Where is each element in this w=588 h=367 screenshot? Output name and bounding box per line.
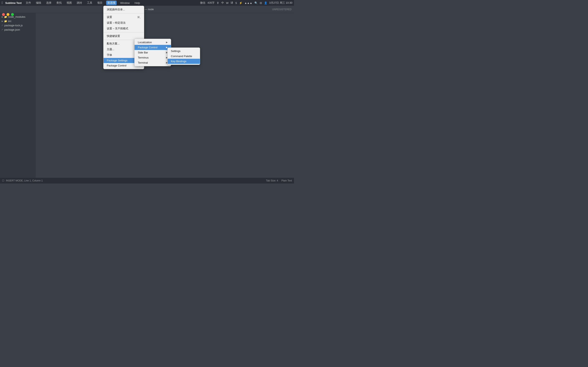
menu-item-terminal[interactable]: Terminal ▶ xyxy=(135,60,171,65)
menubar-control-center-icon[interactable]: ⊟ xyxy=(260,1,262,4)
menubar-item-tools[interactable]: 工具 xyxy=(86,1,94,5)
titlebar: led — node UNREGISTERED xyxy=(0,6,294,13)
menubar-word-icon[interactable]: W xyxy=(226,1,228,4)
registration-status: UNREGISTERED xyxy=(272,8,292,11)
menu-item-settings-syntax[interactable]: 设置 – 特定语法 xyxy=(104,20,144,26)
menu-item-label: 设置 – 无干扰模式 xyxy=(107,27,128,30)
menu-item-label: 快捷键设置 xyxy=(107,34,120,38)
menu-item-label: 设置 xyxy=(107,15,112,19)
menubar-item-view[interactable]: 视图 xyxy=(65,1,73,5)
menubar-item-goto[interactable]: 跳转 xyxy=(76,1,83,5)
menu-item-shortcut: ⌘, xyxy=(137,16,141,19)
menubar-battery-icon: ⚡ xyxy=(239,1,242,4)
file-prefix: /* xyxy=(2,29,3,31)
menubar-item-edit[interactable]: 编辑 xyxy=(35,1,43,5)
main-layout: ▶ 📁 node_modules ▶ 📁 src /* package-lock… xyxy=(0,13,294,178)
menu-item-label: 字体 xyxy=(107,53,112,57)
statusbar-mode: INSERT MODE, Line 1, Column 1 xyxy=(6,179,43,182)
menu-item-label: 浏览插件目录... xyxy=(107,8,125,11)
package-settings-submenu: Localization ▶ Package Control ▶ Side Ba… xyxy=(134,39,171,66)
menu-item-localization[interactable]: Localization ▶ xyxy=(135,40,171,45)
traffic-lights xyxy=(2,13,14,16)
menubar-item-preferences[interactable]: 首选项 xyxy=(106,1,117,5)
sidebar: ▶ 📁 node_modules ▶ 📁 src /* package-lock… xyxy=(0,13,36,178)
menu-item-label: Side Bar xyxy=(138,51,148,54)
submenu-arrow-icon: ▶ xyxy=(166,41,168,44)
menu-item-label: Command Palette xyxy=(171,55,192,58)
menu-item-settings[interactable]: 设置 ⌘, xyxy=(104,14,144,20)
statusbar: ☐ INSERT MODE, Line 1, Column 1 Tab Size… xyxy=(0,178,294,184)
menu-item-label: Package Settings xyxy=(107,59,127,62)
menu-item-command-palette[interactable]: Command Palette xyxy=(168,54,200,59)
collapse-arrow-icon: ▶ xyxy=(2,16,3,18)
package-control-submenu: Settings Command Palette Key Bindings xyxy=(167,48,200,65)
menu-item-label: Package Control xyxy=(107,64,126,67)
menu-item-settings-distraction[interactable]: 设置 – 无干扰模式 xyxy=(104,26,144,31)
file-prefix: /* xyxy=(2,24,3,27)
sidebar-item-package-lock[interactable]: /* package-lock.js xyxy=(0,23,36,27)
menubar-item-select[interactable]: 选择 xyxy=(45,1,53,5)
menu-item-label: 主题... xyxy=(107,48,114,51)
sidebar-item-package-json[interactable]: /* package.json xyxy=(0,27,36,32)
menubar-input-method[interactable]: 中 xyxy=(221,1,224,5)
menubar-item-find[interactable]: 查找 xyxy=(55,1,63,5)
editor-area[interactable] xyxy=(36,13,294,178)
menu-item-side-bar[interactable]: Side Bar ▶ xyxy=(135,50,171,55)
menu-item-label: Localization xyxy=(138,41,152,44)
menu-item-label: Terminus xyxy=(138,56,149,59)
menubar-item-help[interactable]: Help xyxy=(133,1,141,5)
menu-item-key-bindings-l3[interactable]: Key Bindings xyxy=(168,59,200,64)
menubar-wifi-icon: ▲▲▲ xyxy=(244,1,252,4)
menu-item-browse-packages[interactable]: 浏览插件目录... xyxy=(104,7,144,12)
menubar-search-icon[interactable]: 🔍 xyxy=(254,1,258,4)
menubar-item-file[interactable]: 文件 xyxy=(25,1,32,5)
insert-mode-checkbox: ☐ xyxy=(2,179,4,182)
menubar-datetime: 3月27日 周三 10:30 xyxy=(269,1,292,5)
apple-menu[interactable]:  xyxy=(2,1,3,5)
menu-item-label: Terminal xyxy=(138,61,148,64)
menubar-item-project[interactable]: 项目 xyxy=(96,1,104,5)
menubar:  Sublime Text 文件 编辑 选择 查找 视图 跳转 工具 项目 首… xyxy=(0,0,294,6)
menu-item-label: Package Control xyxy=(138,46,157,49)
menu-item-label: 设置 – 特定语法 xyxy=(107,21,126,25)
menubar-mic-icon[interactable]: 🎙 xyxy=(217,1,219,4)
menu-item-label: Settings xyxy=(171,50,181,53)
statusbar-left: ☐ INSERT MODE, Line 1, Column 1 xyxy=(2,179,43,182)
menu-separator xyxy=(104,32,144,33)
app-name[interactable]: Sublime Text xyxy=(5,1,22,4)
menu-item-key-bindings[interactable]: 快捷键设置 xyxy=(104,33,144,39)
menu-item-settings-l3[interactable]: Settings xyxy=(168,49,200,54)
collapse-arrow-icon: ▶ xyxy=(2,20,3,22)
statusbar-syntax[interactable]: Plain Text xyxy=(281,179,292,182)
menu-item-label: 配色方案... xyxy=(107,42,120,45)
close-button[interactable] xyxy=(2,13,5,16)
menubar-wechat[interactable]: 微信 xyxy=(200,1,205,5)
menubar-skype-icon[interactable]: S xyxy=(235,1,237,4)
menubar-translate-icon[interactable]: 译 xyxy=(231,1,233,5)
menubar-user-icon[interactable]: 👤 xyxy=(264,1,267,4)
menubar-wordcount: 435字 xyxy=(208,1,215,5)
folder-icon: 📁 xyxy=(4,20,7,23)
sidebar-item-src[interactable]: ▶ 📁 src xyxy=(0,19,36,23)
statusbar-tab-size[interactable]: Tab Size: 4 xyxy=(266,179,278,182)
menu-item-package-control-l2[interactable]: Package Control ▶ xyxy=(135,45,171,50)
sidebar-item-label: src xyxy=(8,20,11,23)
menubar-item-window[interactable]: Window xyxy=(119,1,131,5)
sidebar-item-label: package.json xyxy=(4,28,20,31)
menu-item-terminus[interactable]: Terminus ▶ xyxy=(135,55,171,60)
menu-item-label: Key Bindings xyxy=(171,60,186,63)
minimize-button[interactable] xyxy=(7,13,9,16)
statusbar-right: Tab Size: 4 Plain Text xyxy=(266,179,292,182)
maximize-button[interactable] xyxy=(11,13,14,16)
sidebar-item-label: package-lock.js xyxy=(4,24,23,27)
menubar-right: 微信 435字 🎙 中 W 译 S ⚡ ▲▲▲ 🔍 ⊟ 👤 3月27日 周三 1… xyxy=(200,1,292,5)
